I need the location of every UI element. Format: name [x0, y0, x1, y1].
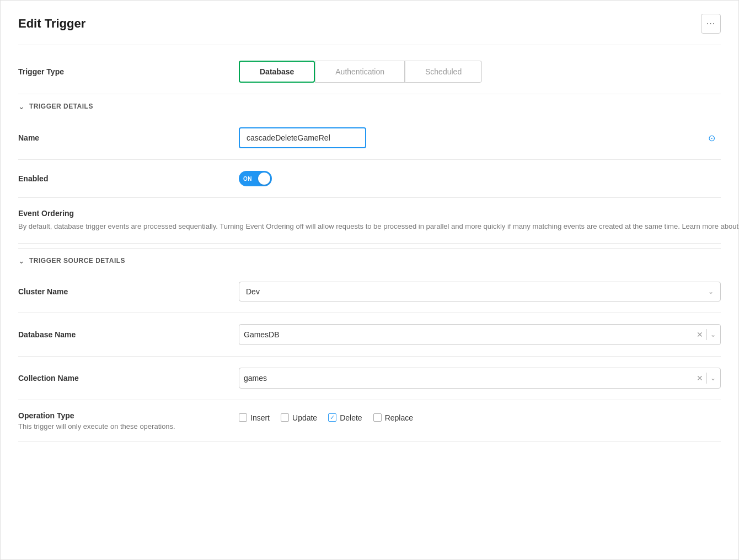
cluster-name-chevron-icon: ⌄	[708, 288, 714, 295]
operation-insert-item: Insert	[239, 413, 270, 422]
collection-name-clear-icon[interactable]: ✕	[697, 374, 703, 383]
event-ordering-description: By default, database trigger events are …	[18, 221, 739, 232]
trigger-type-buttons: Database Authentication Scheduled	[239, 61, 482, 83]
event-ordering-title: Event Ordering	[18, 209, 739, 218]
trigger-type-scheduled[interactable]: Scheduled	[405, 61, 482, 83]
operation-insert-label: Insert	[250, 413, 270, 422]
trigger-details-title: TRIGGER DETAILS	[29, 103, 93, 110]
collection-name-divider	[706, 373, 707, 384]
database-name-value: GamesDB	[244, 330, 697, 339]
collection-name-field-row: Collection Name games ✕ ⌄	[18, 357, 721, 400]
operation-insert-checkbox[interactable]	[239, 413, 247, 422]
event-ordering-field-row: Event Ordering By default, database trig…	[18, 198, 721, 244]
operation-type-label-container: Operation Type This trigger will only ex…	[18, 411, 239, 430]
trigger-source-section-header: ⌄ TRIGGER SOURCE DETAILS	[18, 248, 721, 271]
trigger-details-chevron-icon[interactable]: ⌄	[18, 102, 25, 111]
page-title: Edit Trigger	[18, 17, 85, 31]
operation-replace-checkbox[interactable]	[373, 413, 382, 422]
enabled-toggle[interactable]: ON	[239, 171, 272, 186]
database-name-label: Database Name	[18, 330, 239, 339]
operation-update-item: Update	[281, 413, 317, 422]
trigger-type-authentication[interactable]: Authentication	[315, 61, 405, 83]
operation-delete-item: ✓ Delete	[328, 413, 362, 422]
enabled-toggle-thumb	[258, 173, 270, 185]
operation-delete-label: Delete	[340, 413, 362, 422]
cluster-name-label: Cluster Name	[18, 287, 239, 296]
collection-name-chevron-icon: ⌄	[710, 374, 716, 382]
enabled-field-row: Enabled ON	[18, 160, 721, 198]
operation-update-label: Update	[292, 413, 317, 422]
operation-delete-check-icon: ✓	[330, 414, 335, 421]
database-name-clear-icon[interactable]: ✕	[697, 330, 703, 339]
trigger-type-database[interactable]: Database	[239, 61, 315, 83]
database-name-field-row: Database Name GamesDB ✕ ⌄	[18, 313, 721, 357]
name-label: Name	[18, 133, 239, 142]
operation-type-title: Operation Type	[18, 411, 239, 420]
page-header: Edit Trigger ···	[18, 14, 721, 45]
trigger-details-section-header: ⌄ TRIGGER DETAILS	[18, 94, 721, 116]
name-input-wrapper: ⊙	[239, 127, 721, 148]
operation-delete-checkbox[interactable]: ✓	[328, 413, 336, 422]
bottom-divider	[18, 441, 721, 442]
enabled-toggle-track: ON	[239, 171, 272, 186]
name-input-clear-icon[interactable]: ⊙	[708, 133, 715, 143]
event-ordering-label-container: Event Ordering By default, database trig…	[18, 209, 739, 232]
collection-name-label: Collection Name	[18, 374, 239, 383]
event-ordering-desc-text: By default, database trigger events are …	[18, 222, 738, 230]
operation-type-description: This trigger will only execute on these …	[18, 422, 239, 430]
cluster-name-field-row: Cluster Name Dev ⌄	[18, 271, 721, 313]
name-input[interactable]	[239, 127, 366, 148]
collection-name-select[interactable]: games ✕ ⌄	[239, 368, 721, 389]
operation-replace-label: Replace	[385, 413, 413, 422]
more-options-button[interactable]: ···	[701, 14, 721, 34]
name-field-row: Name ⊙	[18, 116, 721, 160]
cluster-name-value: Dev	[246, 287, 260, 296]
collection-name-value: games	[244, 374, 697, 383]
trigger-source-chevron-icon[interactable]: ⌄	[18, 256, 25, 265]
database-name-divider	[706, 329, 707, 340]
enabled-toggle-on-text: ON	[243, 176, 252, 182]
enabled-label: Enabled	[18, 174, 239, 183]
operation-type-checkboxes: Insert Update ✓ Delete Replace	[239, 411, 721, 422]
trigger-type-label: Trigger Type	[18, 67, 239, 76]
operation-update-checkbox[interactable]	[281, 413, 289, 422]
database-name-chevron-icon: ⌄	[710, 331, 716, 338]
operation-type-field-row: Operation Type This trigger will only ex…	[18, 400, 721, 441]
database-name-select[interactable]: GamesDB ✕ ⌄	[239, 324, 721, 345]
trigger-type-row: Trigger Type Database Authentication Sch…	[18, 45, 721, 94]
enabled-toggle-wrapper: ON	[239, 171, 272, 186]
trigger-source-title: TRIGGER SOURCE DETAILS	[29, 257, 125, 265]
operation-replace-item: Replace	[373, 413, 413, 422]
cluster-name-select[interactable]: Dev ⌄	[239, 282, 721, 301]
